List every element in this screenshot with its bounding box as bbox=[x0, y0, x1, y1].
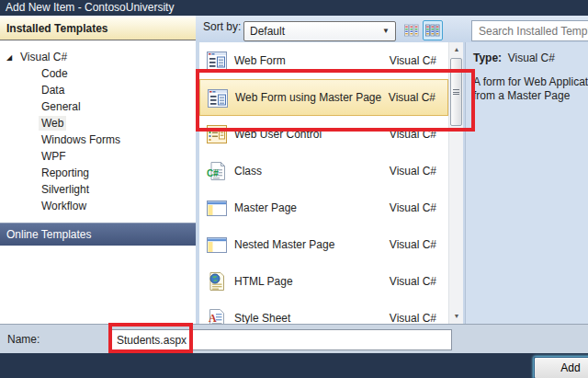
sidebar-item-web[interactable]: Web bbox=[0, 115, 196, 132]
scroll-up-icon[interactable]: ▲ bbox=[449, 42, 464, 57]
sidebar-item-data[interactable]: Data bbox=[0, 82, 196, 98]
medium-icons-view-button[interactable] bbox=[401, 20, 422, 40]
search-input[interactable] bbox=[471, 20, 588, 41]
template-list: Web Form Visual C# Web Form using Master… bbox=[199, 42, 448, 324]
sidebar-item-reporting[interactable]: Reporting bbox=[0, 165, 196, 181]
master-page-icon bbox=[206, 235, 228, 255]
title-bar: Add New Item - ContosoUniversity bbox=[0, 0, 588, 16]
svg-text:C#: C# bbox=[207, 168, 219, 178]
type-value: Visual C# bbox=[508, 52, 555, 64]
name-input[interactable] bbox=[110, 329, 452, 350]
scroll-down-icon[interactable]: ▼ bbox=[449, 309, 464, 324]
sidebar-item-windows-forms[interactable]: Windows Forms bbox=[0, 132, 196, 148]
sidebar-item-workflow[interactable]: Workflow bbox=[0, 198, 196, 214]
templates-sidebar: Installed Templates ◢ Visual C# Code Dat… bbox=[0, 16, 196, 324]
small-icons-view-button[interactable] bbox=[423, 20, 443, 40]
template-item-master-page[interactable]: Master Page Visual C# bbox=[199, 189, 448, 226]
dialog-title: Add New Item - ContosoUniversity bbox=[6, 0, 174, 16]
sort-by-dropdown[interactable]: Default ▼ bbox=[243, 21, 396, 41]
csharp-class-icon: C# bbox=[206, 161, 228, 181]
template-details-panel: Type: Visual C# A form for Web Applicati… bbox=[465, 42, 588, 324]
type-label: Type: bbox=[473, 52, 502, 64]
add-new-item-dialog: Add New Item - ContosoUniversity Install… bbox=[0, 0, 588, 378]
sidebar-item-code[interactable]: Code bbox=[0, 65, 196, 82]
scrollbar-thumb[interactable] bbox=[450, 58, 462, 126]
master-page-icon bbox=[206, 198, 228, 218]
web-form-icon bbox=[207, 88, 229, 109]
sidebar-item-silverlight[interactable]: Silverlight bbox=[0, 181, 196, 198]
template-item-html-page[interactable]: HTML Page Visual C# bbox=[199, 263, 448, 300]
dialog-footer: Add bbox=[0, 353, 588, 378]
sort-by-label: Sort by: bbox=[203, 20, 241, 33]
chevron-down-icon: ▼ bbox=[382, 22, 390, 40]
template-item-web-user-control[interactable]: Web User Control Visual C# bbox=[199, 116, 448, 153]
online-templates-header[interactable]: Online Templates bbox=[0, 223, 196, 246]
template-item-web-form[interactable]: Web Form Visual C# bbox=[199, 42, 448, 79]
template-item-nested-master-page[interactable]: Nested Master Page Visual C# bbox=[199, 226, 448, 263]
template-item-class[interactable]: C# Class Visual C# bbox=[199, 153, 448, 189]
name-label: Name: bbox=[7, 333, 40, 346]
sidebar-item-wpf[interactable]: WPF bbox=[0, 148, 196, 165]
sort-by-value: Default bbox=[250, 25, 285, 38]
scrollbar-grip-icon bbox=[453, 89, 459, 95]
icons-view-selected-icon bbox=[425, 24, 440, 37]
web-user-control-icon bbox=[206, 124, 228, 144]
sidebar-item-general[interactable]: General bbox=[0, 98, 196, 115]
tree-root-label: Visual C# bbox=[20, 51, 67, 63]
svg-text:A: A bbox=[209, 312, 217, 325]
template-type-line: Type: Visual C# bbox=[473, 52, 588, 64]
web-form-icon bbox=[206, 51, 228, 71]
template-category-tree: ◢ Visual C# Code Data General Web Window… bbox=[0, 40, 196, 214]
expander-icon[interactable]: ◢ bbox=[6, 50, 12, 66]
html-page-icon bbox=[206, 271, 228, 292]
list-scrollbar[interactable]: ▲ ▼ bbox=[448, 42, 463, 324]
template-description: A form for Web Applications from a Maste… bbox=[473, 75, 588, 103]
template-item-web-form-using-master-page[interactable]: Web Form using Master Page Visual C# bbox=[199, 79, 448, 116]
add-button[interactable]: Add bbox=[534, 357, 588, 378]
name-row: Name: bbox=[0, 324, 588, 353]
tree-node-visual-csharp[interactable]: ◢ Visual C# bbox=[0, 49, 196, 65]
style-sheet-icon: A bbox=[206, 308, 228, 324]
installed-templates-header: Installed Templates bbox=[0, 17, 196, 40]
icons-view-icon bbox=[404, 24, 419, 37]
template-item-style-sheet[interactable]: A Style Sheet Visual C# bbox=[199, 300, 448, 324]
